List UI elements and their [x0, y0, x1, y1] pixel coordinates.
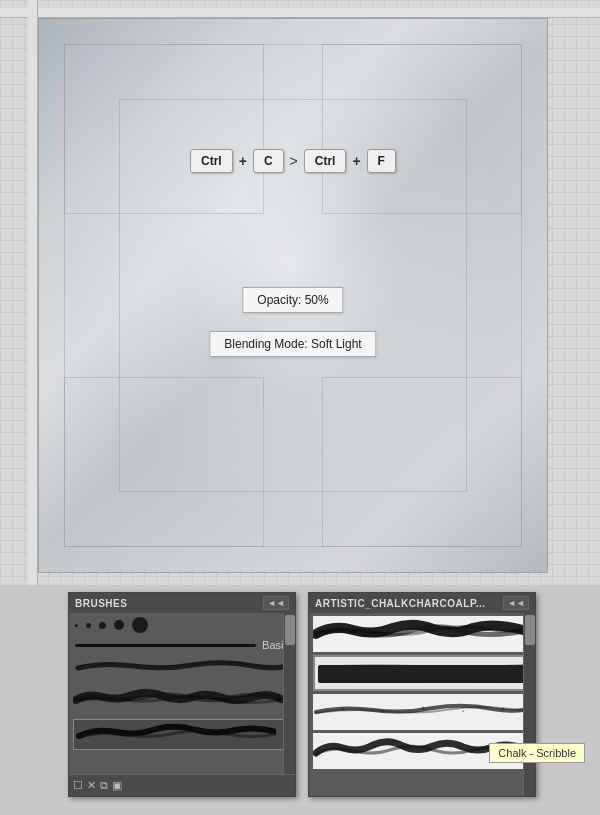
brushes-panel-toolbar: ☐ ✕ ⧉ ▣: [69, 774, 295, 796]
ruler-top: [0, 8, 600, 18]
brush-dot-1[interactable]: [75, 624, 78, 627]
art-brush-item-3[interactable]: [313, 694, 531, 730]
art-brush-svg-1: [313, 616, 531, 652]
brush-stroke-row-1[interactable]: [69, 653, 295, 682]
save-brush-icon[interactable]: ▣: [112, 779, 122, 792]
selected-brush-svg: [76, 722, 276, 744]
svg-point-11: [422, 707, 425, 710]
svg-point-10: [382, 711, 384, 713]
basic-row: Basic: [69, 637, 295, 653]
svg-point-0: [92, 695, 94, 697]
brush-dots-row: [69, 613, 295, 637]
brushes-collapse-btn[interactable]: ◄◄: [263, 596, 289, 610]
artistic-collapse-btn[interactable]: ◄◄: [503, 596, 529, 610]
key-ctrl1: Ctrl: [190, 149, 233, 173]
artistic-panel-controls: ◄◄: [503, 596, 529, 610]
blend-info-box: Blending Mode: Soft Light: [209, 331, 376, 357]
svg-point-1: [127, 698, 130, 701]
svg-point-4: [242, 695, 244, 697]
key-shortcut-area: Ctrl + C > Ctrl + F: [190, 149, 396, 173]
svg-point-2: [162, 694, 164, 696]
brushes-panel: BRUSHES ◄◄ Basic: [68, 592, 296, 797]
brushes-panel-scrollbar[interactable]: [283, 613, 295, 774]
artistic-panel-header: ARTISTIC_CHALKCHARCOALP... ◄◄: [309, 593, 535, 613]
brushes-panel-title: BRUSHES: [75, 598, 127, 609]
brushes-panel-controls: ◄◄: [263, 596, 289, 610]
brush-dot-3[interactable]: [99, 622, 106, 629]
opacity-label: Opacity: 50%: [257, 293, 328, 307]
art-brush-item-2[interactable]: [313, 655, 531, 691]
brush-dot-4[interactable]: [114, 620, 124, 630]
new-brush-icon[interactable]: ☐: [73, 779, 83, 792]
art-brush-item-1[interactable]: [313, 616, 531, 652]
artistic-scrollbar-thumb[interactable]: [525, 615, 535, 645]
key-ctrl2: Ctrl: [304, 149, 347, 173]
key-plus1: +: [239, 153, 247, 169]
chalk-scribble-tooltip: Chalk - Scribble: [489, 743, 585, 763]
art-brush-svg-2: [315, 657, 529, 689]
brush-dot-2[interactable]: [86, 623, 91, 628]
brush-dot-5[interactable]: [132, 617, 148, 633]
svg-point-3: [202, 697, 204, 699]
key-plus2: +: [352, 153, 360, 169]
key-arrow: >: [290, 153, 298, 169]
delete-brush-icon[interactable]: ✕: [87, 779, 96, 792]
brush-stroke-row-2[interactable]: [69, 682, 295, 717]
svg-point-9: [342, 708, 345, 711]
blend-label: Blending Mode: Soft Light: [224, 337, 361, 351]
key-f: F: [367, 149, 396, 173]
artistic-panel-title: ARTISTIC_CHALKCHARCOALP...: [315, 598, 486, 609]
brush-stroke-svg-2: [73, 685, 283, 711]
tooltip-text: Chalk - Scribble: [498, 747, 576, 759]
brushes-panel-header: BRUSHES ◄◄: [69, 593, 295, 613]
key-c: C: [253, 149, 284, 173]
edit-brush-icon[interactable]: ⧉: [100, 779, 108, 792]
selected-brush-row[interactable]: [73, 719, 291, 750]
brushes-scrollbar-thumb[interactable]: [285, 615, 295, 645]
brush-line-thick: [75, 644, 256, 647]
opacity-info-box: Opacity: 50%: [242, 287, 343, 313]
panels-area: BRUSHES ◄◄ Basic: [0, 585, 600, 815]
svg-point-12: [462, 710, 464, 712]
artistic-panel: ARTISTIC_CHALKCHARCOALP... ◄◄: [308, 592, 536, 797]
canvas-area: Ctrl + C > Ctrl + F Opacity: 50% Blendin…: [38, 18, 548, 573]
art-brush-svg-3: [313, 694, 531, 730]
brush-stroke-svg-1: [73, 656, 283, 676]
svg-point-13: [502, 708, 505, 711]
artistic-panel-scrollbar[interactable]: [523, 613, 535, 796]
